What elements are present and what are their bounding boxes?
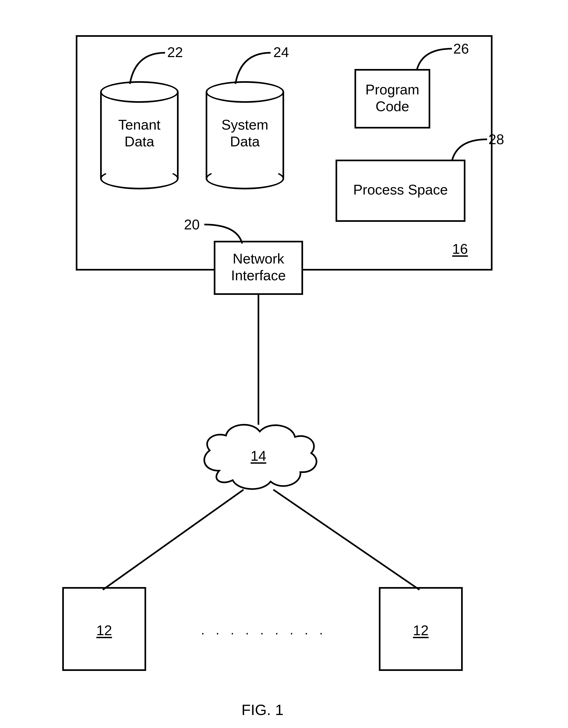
cloud-ref: 14 xyxy=(250,448,267,464)
system-data-ref: 24 xyxy=(273,44,289,60)
program-lead-line xyxy=(414,46,455,73)
process-space-ref: 28 xyxy=(488,131,504,147)
client-right-ref: 12 xyxy=(413,622,429,638)
process-lead-line xyxy=(449,137,490,164)
system-data-label: System Data xyxy=(206,116,284,150)
line-ni-to-cloud xyxy=(257,295,260,425)
tenant-data-label: Tenant Data xyxy=(100,116,179,150)
svg-line-2 xyxy=(273,490,419,590)
network-lead-line xyxy=(202,222,245,246)
diagram-canvas: 16 Tenant Data 22 System Data 24 Program… xyxy=(0,0,568,728)
line-cloud-to-right xyxy=(271,487,422,592)
ellipsis-dots: . . . . . . . . . xyxy=(189,622,338,638)
tenant-data-ref: 22 xyxy=(167,44,183,60)
tenant-lead-line xyxy=(127,49,170,87)
system-lead-line xyxy=(233,49,276,87)
process-space-label: Process Space xyxy=(336,181,465,198)
network-interface-ref: 20 xyxy=(184,216,200,233)
program-code-label: Program Code xyxy=(354,81,430,115)
network-interface-label: Network Interface xyxy=(214,250,303,284)
client-left-ref: 12 xyxy=(96,622,112,638)
svg-line-1 xyxy=(103,490,244,590)
figure-caption: FIG. 1 xyxy=(235,701,290,719)
program-code-ref: 26 xyxy=(453,41,469,57)
line-cloud-to-left xyxy=(100,487,249,592)
main-box-ref: 16 xyxy=(449,241,471,257)
